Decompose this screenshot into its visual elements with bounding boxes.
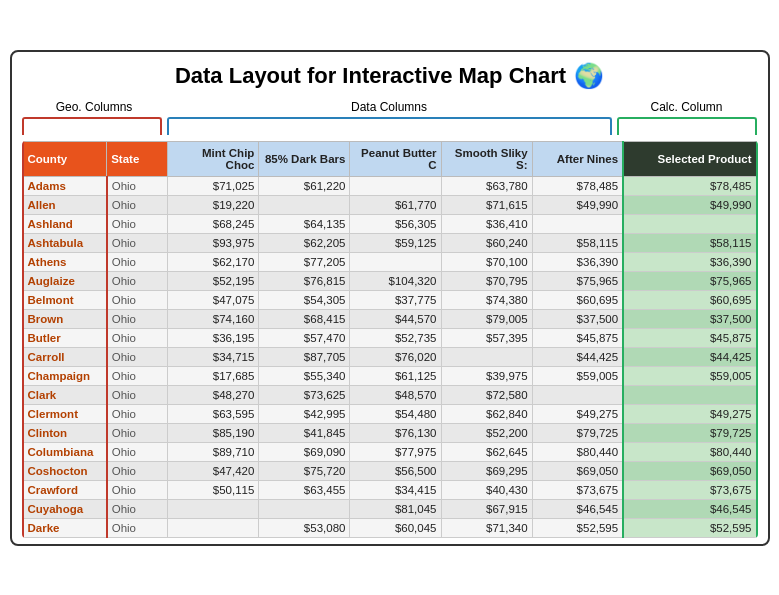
cell-r4-c3: $77,205 — [259, 252, 350, 271]
cell-r0-c1: Ohio — [107, 176, 168, 195]
cell-r6-c5: $74,380 — [441, 290, 532, 309]
cell-r16-c6: $73,675 — [532, 480, 623, 499]
cell-r14-c4: $77,975 — [350, 442, 441, 461]
header-col2: 85% Dark Bars — [259, 141, 350, 176]
cell-r10-c5: $39,975 — [441, 366, 532, 385]
cell-r8-c4: $52,735 — [350, 328, 441, 347]
cell-r1-c4: $61,770 — [350, 195, 441, 214]
cell-r15-c5: $69,295 — [441, 461, 532, 480]
cell-r7-c1: Ohio — [107, 309, 168, 328]
cell-r16-c3: $63,455 — [259, 480, 350, 499]
header-state: State — [107, 141, 168, 176]
cell-r7-c2: $74,160 — [168, 309, 259, 328]
geo-brace — [22, 117, 162, 135]
cell-r17-c3 — [259, 499, 350, 518]
table-row: AthensOhio$62,170$77,205$70,100$36,390$3… — [23, 252, 757, 271]
cell-r7-c4: $44,570 — [350, 309, 441, 328]
cell-r14-c2: $89,710 — [168, 442, 259, 461]
cell-r13-c6: $79,725 — [532, 423, 623, 442]
table-row: ClermontOhio$63,595$42,995$54,480$62,840… — [23, 404, 757, 423]
cell-r5-c5: $70,795 — [441, 271, 532, 290]
cell-r7-c3: $68,415 — [259, 309, 350, 328]
cell-r4-c4 — [350, 252, 441, 271]
cell-r16-c1: Ohio — [107, 480, 168, 499]
cell-r3-c7: $58,115 — [623, 233, 756, 252]
cell-r8-c5: $57,395 — [441, 328, 532, 347]
table-row: AshtabulaOhio$93,975$62,205$59,125$60,24… — [23, 233, 757, 252]
cell-r3-c4: $59,125 — [350, 233, 441, 252]
cell-r14-c0: Columbiana — [23, 442, 107, 461]
cell-r12-c1: Ohio — [107, 404, 168, 423]
cell-r12-c4: $54,480 — [350, 404, 441, 423]
data-table: County State Mint Chip Choc 85% Dark Bar… — [22, 141, 758, 538]
cell-r9-c1: Ohio — [107, 347, 168, 366]
cell-r2-c0: Ashland — [23, 214, 107, 233]
table-row: CuyahogaOhio$81,045$67,915$46,545$46,545 — [23, 499, 757, 518]
cell-r12-c2: $63,595 — [168, 404, 259, 423]
cell-r13-c2: $85,190 — [168, 423, 259, 442]
cell-r8-c7: $45,875 — [623, 328, 756, 347]
header-col5: After Nines — [532, 141, 623, 176]
cell-r1-c3 — [259, 195, 350, 214]
cell-r9-c2: $34,715 — [168, 347, 259, 366]
cell-r10-c0: Champaign — [23, 366, 107, 385]
cell-r14-c6: $80,440 — [532, 442, 623, 461]
cell-r2-c6 — [532, 214, 623, 233]
cell-r11-c2: $48,270 — [168, 385, 259, 404]
cell-r0-c0: Adams — [23, 176, 107, 195]
cell-r1-c0: Allen — [23, 195, 107, 214]
cell-r5-c3: $76,815 — [259, 271, 350, 290]
cell-r0-c2: $71,025 — [168, 176, 259, 195]
cell-r10-c6: $59,005 — [532, 366, 623, 385]
cell-r9-c3: $87,705 — [259, 347, 350, 366]
cell-r14-c7: $80,440 — [623, 442, 756, 461]
table-row: ChampaignOhio$17,685$55,340$61,125$39,97… — [23, 366, 757, 385]
cell-r2-c2: $68,245 — [168, 214, 259, 233]
table-row: AllenOhio$19,220$61,770$71,615$49,990$49… — [23, 195, 757, 214]
cell-r11-c0: Clark — [23, 385, 107, 404]
cell-r2-c3: $64,135 — [259, 214, 350, 233]
title-text: Data Layout for Interactive Map Chart — [175, 63, 566, 89]
cell-r13-c1: Ohio — [107, 423, 168, 442]
cell-r11-c6 — [532, 385, 623, 404]
cell-r5-c1: Ohio — [107, 271, 168, 290]
cell-r16-c4: $34,415 — [350, 480, 441, 499]
header-col3: Peanut Butter C — [350, 141, 441, 176]
table-row: CarrollOhio$34,715$87,705$76,020$44,425$… — [23, 347, 757, 366]
cell-r8-c0: Butler — [23, 328, 107, 347]
cell-r12-c7: $49,275 — [623, 404, 756, 423]
cell-r2-c4: $56,305 — [350, 214, 441, 233]
cell-r0-c5: $63,780 — [441, 176, 532, 195]
cell-r14-c3: $69,090 — [259, 442, 350, 461]
cell-r1-c1: Ohio — [107, 195, 168, 214]
cell-r6-c1: Ohio — [107, 290, 168, 309]
header-col4: Smooth Sliky S: — [441, 141, 532, 176]
cell-r18-c5: $71,340 — [441, 518, 532, 537]
table-row: ButlerOhio$36,195$57,470$52,735$57,395$4… — [23, 328, 757, 347]
cell-r12-c0: Clermont — [23, 404, 107, 423]
table-row: CoshoctonOhio$47,420$75,720$56,500$69,29… — [23, 461, 757, 480]
cell-r8-c3: $57,470 — [259, 328, 350, 347]
main-container: Data Layout for Interactive Map Chart 🌍 … — [10, 50, 770, 546]
cell-r17-c2 — [168, 499, 259, 518]
cell-r18-c6: $52,595 — [532, 518, 623, 537]
cell-r7-c0: Brown — [23, 309, 107, 328]
cell-r18-c7: $52,595 — [623, 518, 756, 537]
cell-r10-c4: $61,125 — [350, 366, 441, 385]
cell-r5-c4: $104,320 — [350, 271, 441, 290]
cell-r9-c7: $44,425 — [623, 347, 756, 366]
cell-r0-c7: $78,485 — [623, 176, 756, 195]
cell-r12-c5: $62,840 — [441, 404, 532, 423]
cell-r6-c2: $47,075 — [168, 290, 259, 309]
cell-r10-c3: $55,340 — [259, 366, 350, 385]
cell-r1-c6: $49,990 — [532, 195, 623, 214]
cell-r0-c6: $78,485 — [532, 176, 623, 195]
cell-r3-c5: $60,240 — [441, 233, 532, 252]
calc-brace — [617, 117, 757, 135]
cell-r5-c2: $52,195 — [168, 271, 259, 290]
cell-r18-c1: Ohio — [107, 518, 168, 537]
cell-r15-c0: Coshocton — [23, 461, 107, 480]
cell-r18-c2 — [168, 518, 259, 537]
cell-r2-c7 — [623, 214, 756, 233]
table-row: ClarkOhio$48,270$73,625$48,570$72,580 — [23, 385, 757, 404]
